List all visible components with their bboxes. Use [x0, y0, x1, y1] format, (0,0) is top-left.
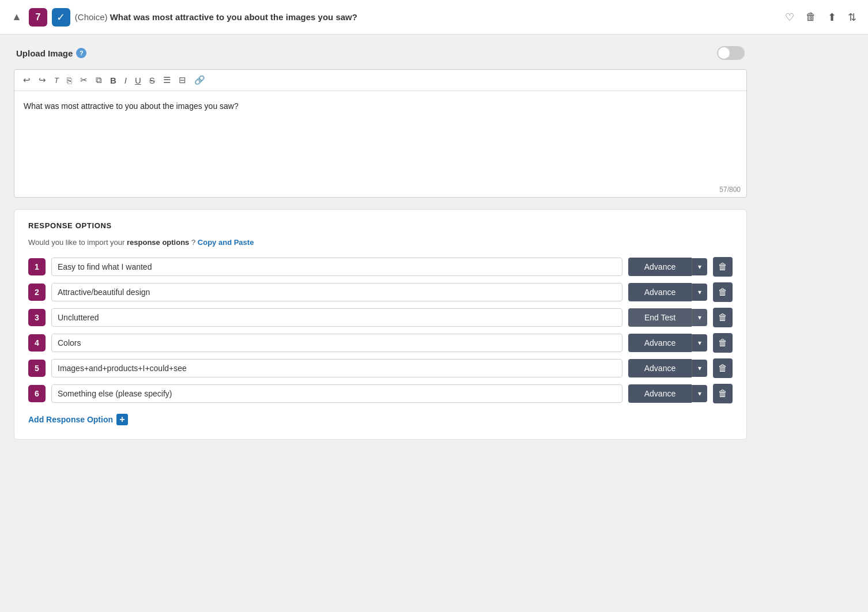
advance-group-5: Advance ▾: [628, 359, 707, 377]
character-counter: 57/800: [14, 183, 746, 197]
favorite-button[interactable]: ♡: [783, 9, 797, 26]
advance-button-1[interactable]: Advance: [628, 258, 692, 276]
collapse-button[interactable]: ▲: [9, 9, 24, 25]
end-test-dropdown-3[interactable]: ▾: [692, 309, 707, 326]
advance-group-3: End Test ▾: [628, 308, 707, 327]
delete-option-6[interactable]: 🗑: [713, 384, 733, 403]
delete-option-5[interactable]: 🗑: [713, 358, 733, 378]
add-response-option-icon: +: [116, 414, 128, 425]
advance-group-4: Advance ▾: [628, 334, 707, 352]
undo-button[interactable]: ↩: [20, 73, 33, 87]
plain-text-button[interactable]: T: [51, 74, 62, 86]
delete-option-3[interactable]: 🗑: [713, 308, 733, 327]
response-input-3[interactable]: [51, 308, 622, 327]
question-type-label: (Choice): [75, 12, 108, 22]
header-left: ▲ 7 ✓ (Choice) What was most attractive …: [9, 8, 777, 27]
upload-image-label: Upload Image ?: [16, 48, 86, 58]
advance-group-2: Advance ▾: [628, 283, 707, 301]
advance-group-6: Advance ▾: [628, 384, 707, 403]
copy-format-button[interactable]: ⎘: [64, 74, 75, 87]
response-options-title: RESPONSE OPTIONS: [28, 221, 733, 230]
upload-image-row: Upload Image ?: [14, 46, 747, 60]
editor-content[interactable]: What was most attractive to you about th…: [24, 100, 737, 112]
response-num-4: 4: [28, 334, 46, 352]
response-row-1: 1 Advance ▾ 🗑: [28, 257, 733, 277]
bold-button[interactable]: B: [107, 74, 119, 87]
advance-button-5[interactable]: Advance: [628, 359, 692, 377]
cut-button[interactable]: ✂: [77, 73, 90, 87]
toggle-slider: [717, 46, 745, 60]
response-input-4[interactable]: [51, 334, 622, 352]
upload-image-help-icon[interactable]: ?: [76, 48, 86, 58]
link-button[interactable]: 🔗: [191, 73, 208, 87]
advance-button-6[interactable]: Advance: [628, 384, 692, 403]
main-content: Upload Image ? ↩ ↪ T ⎘ ✂ ⧉ B I U S ☰ ⊟ 🔗…: [0, 35, 761, 451]
delete-option-1[interactable]: 🗑: [713, 257, 733, 277]
question-title-text: What was most attractive to you about th…: [110, 12, 357, 22]
advance-dropdown-6[interactable]: ▾: [692, 385, 707, 402]
underline-button[interactable]: U: [132, 74, 144, 87]
end-test-button-3[interactable]: End Test: [628, 308, 692, 327]
response-row-6: 6 Advance ▾ 🗑: [28, 384, 733, 403]
response-num-2: 2: [28, 284, 46, 301]
delete-question-button[interactable]: 🗑: [803, 9, 818, 25]
import-text: Would you like to import your: [28, 238, 127, 247]
add-response-option-link[interactable]: Add Response Option +: [28, 414, 128, 425]
export-button[interactable]: ⬆: [825, 9, 839, 26]
import-bold: response options: [127, 238, 189, 247]
question-editor: ↩ ↪ T ⎘ ✂ ⧉ B I U S ☰ ⊟ 🔗 What was most …: [14, 69, 747, 198]
advance-dropdown-5[interactable]: ▾: [692, 360, 707, 377]
reorder-button[interactable]: ⇅: [846, 9, 859, 26]
delete-option-4[interactable]: 🗑: [713, 333, 733, 353]
advance-group-1: Advance ▾: [628, 258, 707, 276]
italic-button[interactable]: I: [122, 74, 130, 87]
upload-image-text: Upload Image: [16, 48, 73, 58]
add-response-option-text: Add Response Option: [28, 415, 113, 424]
response-num-5: 5: [28, 360, 46, 377]
paste-button[interactable]: ⧉: [93, 73, 105, 87]
response-row-4: 4 Advance ▾ 🗑: [28, 333, 733, 353]
response-num-1: 1: [28, 258, 46, 275]
advance-dropdown-2[interactable]: ▾: [692, 284, 707, 301]
upload-image-toggle[interactable]: [717, 46, 745, 60]
response-num-3: 3: [28, 309, 46, 326]
response-num-6: 6: [28, 385, 46, 402]
question-type-badge: ✓: [52, 8, 70, 27]
page-header: ▲ 7 ✓ (Choice) What was most attractive …: [0, 0, 868, 35]
advance-button-2[interactable]: Advance: [628, 283, 692, 301]
response-input-1[interactable]: [51, 258, 622, 276]
response-input-2[interactable]: [51, 283, 622, 301]
import-row: Would you like to import your response o…: [28, 238, 733, 247]
header-actions: ♡ 🗑 ⬆ ⇅: [783, 9, 859, 26]
advance-dropdown-4[interactable]: ▾: [692, 334, 707, 352]
response-row-2: 2 Advance ▾ 🗑: [28, 282, 733, 302]
editor-body[interactable]: What was most attractive to you about th…: [14, 91, 746, 183]
import-question: ?: [191, 238, 195, 247]
response-row-3: 3 End Test ▾ 🗑: [28, 308, 733, 327]
response-options-card: RESPONSE OPTIONS Would you like to impor…: [14, 209, 747, 440]
delete-option-2[interactable]: 🗑: [713, 282, 733, 302]
advance-dropdown-1[interactable]: ▾: [692, 258, 707, 275]
advance-button-4[interactable]: Advance: [628, 334, 692, 352]
strikethrough-button[interactable]: S: [146, 74, 158, 87]
ordered-list-button[interactable]: ⊟: [176, 73, 189, 87]
response-row-5: 5 Advance ▾ 🗑: [28, 358, 733, 378]
redo-button[interactable]: ↪: [36, 73, 49, 87]
copy-paste-link[interactable]: Copy and Paste: [198, 238, 254, 247]
unordered-list-button[interactable]: ☰: [160, 73, 173, 87]
response-input-5[interactable]: [51, 359, 622, 377]
response-input-6[interactable]: [51, 384, 622, 403]
editor-toolbar: ↩ ↪ T ⎘ ✂ ⧉ B I U S ☰ ⊟ 🔗: [14, 70, 746, 91]
header-title: (Choice) What was most attractive to you…: [75, 12, 357, 22]
question-number-badge: 7: [29, 8, 47, 27]
